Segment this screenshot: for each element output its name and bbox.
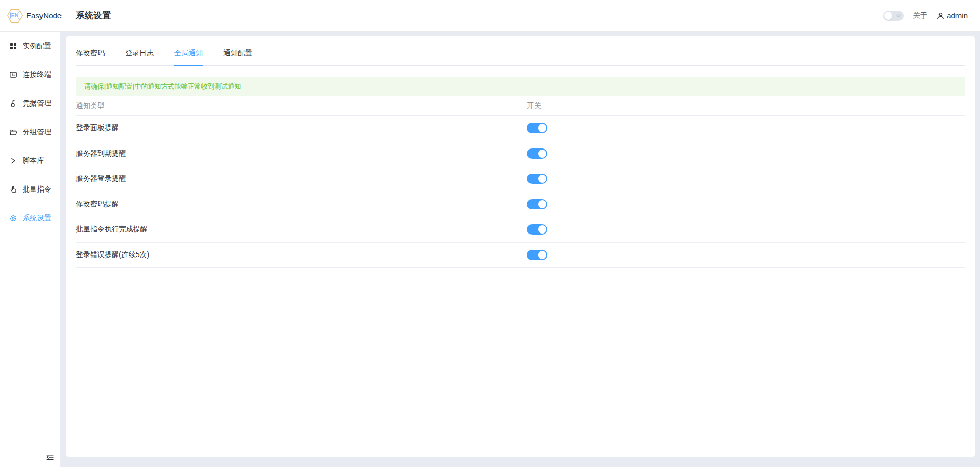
notification-type-label: 服务器到期提醒 [76, 149, 527, 158]
logo-hexagon-icon: EN [7, 9, 23, 23]
column-header-switch: 开关 [527, 101, 965, 111]
notification-type-label: 登录错误提醒(连续5次) [76, 250, 527, 260]
sidebar-item-instance-config[interactable]: 实例配置 [0, 32, 60, 60]
grid-icon [9, 42, 17, 50]
sidebar-item-groups[interactable]: 分组管理 [0, 118, 60, 146]
notifications-table: 通知类型 开关 登录面板提醒 服务器到期提醒 服务器登录提醒 修改密码提醒 批量… [76, 96, 965, 268]
notification-toggle[interactable] [527, 174, 547, 184]
key-icon [9, 99, 17, 108]
main-panel: 修改密码 登录日志 全局通知 通知配置 请确保[通知配置]中的通知方式能够正常收… [66, 36, 975, 457]
success-alert: 请确保[通知配置]中的通知方式能够正常收到测试通知 [76, 77, 965, 96]
alert-text: 请确保[通知配置]中的通知方式能够正常收到测试通知 [84, 82, 241, 91]
logo-badge: EN [10, 12, 20, 20]
tab-label: 通知配置 [223, 49, 252, 57]
sidebar-fold-icon[interactable] [45, 453, 54, 462]
notification-toggle[interactable] [527, 123, 547, 133]
sidebar-item-scripts[interactable]: 脚本库 [0, 146, 60, 175]
pointer-icon [9, 185, 17, 194]
user-menu[interactable]: admin [936, 11, 968, 20]
notification-toggle[interactable] [527, 148, 547, 159]
notification-type-label: 修改密码提醒 [76, 200, 527, 209]
table-row: 登录面板提醒 [76, 116, 965, 141]
sun-icon [895, 12, 902, 19]
sidebar-item-label: 连接终端 [23, 70, 51, 79]
notification-toggle[interactable] [527, 224, 547, 235]
sidebar-item-credentials[interactable]: 凭据管理 [0, 89, 60, 118]
app-header: EN EasyNode 系统设置 关于 admin [0, 0, 980, 32]
table-header-row: 通知类型 开关 [76, 96, 965, 116]
table-row: 服务器到期提醒 [76, 141, 965, 167]
app-logo[interactable]: EN EasyNode [7, 9, 62, 23]
sidebar-item-terminal[interactable]: 连接终端 [0, 60, 60, 89]
page-title: 系统设置 [76, 10, 111, 22]
tab-label: 全局通知 [174, 49, 203, 57]
notification-toggle[interactable] [527, 250, 547, 260]
column-header-type: 通知类型 [76, 101, 527, 111]
username-label: admin [947, 11, 968, 20]
sidebar: 实例配置 连接终端 凭据管理 分组管理 [0, 32, 60, 467]
notification-type-label: 服务器登录提醒 [76, 174, 527, 183]
gear-icon [9, 214, 17, 222]
tab-label: 修改密码 [76, 49, 105, 57]
tabs-bar: 修改密码 登录日志 全局通知 通知配置 [76, 44, 965, 66]
sidebar-item-batch-commands[interactable]: 批量指令 [0, 175, 60, 204]
chevron-right-icon [9, 157, 17, 165]
tab-notification-config[interactable]: 通知配置 [223, 44, 252, 66]
tab-label: 登录日志 [125, 49, 154, 57]
tab-login-log[interactable]: 登录日志 [125, 44, 154, 66]
tab-change-password[interactable]: 修改密码 [76, 44, 105, 66]
sidebar-item-label: 实例配置 [23, 41, 51, 51]
sidebar-item-label: 系统设置 [23, 214, 51, 223]
tab-global-notifications[interactable]: 全局通知 [174, 44, 203, 66]
person-icon [936, 12, 945, 20]
table-row: 服务器登录提醒 [76, 166, 965, 192]
sidebar-item-label: 分组管理 [23, 128, 51, 137]
header-right: 关于 admin [883, 11, 968, 21]
terminal-icon [9, 71, 17, 79]
sidebar-item-system-settings[interactable]: 系统设置 [0, 204, 60, 232]
logo-name: EasyNode [26, 11, 62, 20]
dark-mode-toggle[interactable] [883, 11, 904, 21]
sidebar-item-label: 凭据管理 [23, 99, 51, 108]
table-row: 修改密码提醒 [76, 192, 965, 218]
sidebar-item-label: 批量指令 [23, 185, 51, 194]
sidebar-item-label: 脚本库 [23, 156, 44, 165]
table-row: 批量指令执行完成提醒 [76, 217, 965, 243]
notification-type-label: 批量指令执行完成提醒 [76, 225, 527, 234]
about-link[interactable]: 关于 [913, 11, 927, 20]
table-row: 登录错误提醒(连续5次) [76, 243, 965, 268]
notification-toggle[interactable] [527, 199, 547, 209]
folder-icon [9, 128, 17, 136]
notification-type-label: 登录面板提醒 [76, 123, 527, 133]
